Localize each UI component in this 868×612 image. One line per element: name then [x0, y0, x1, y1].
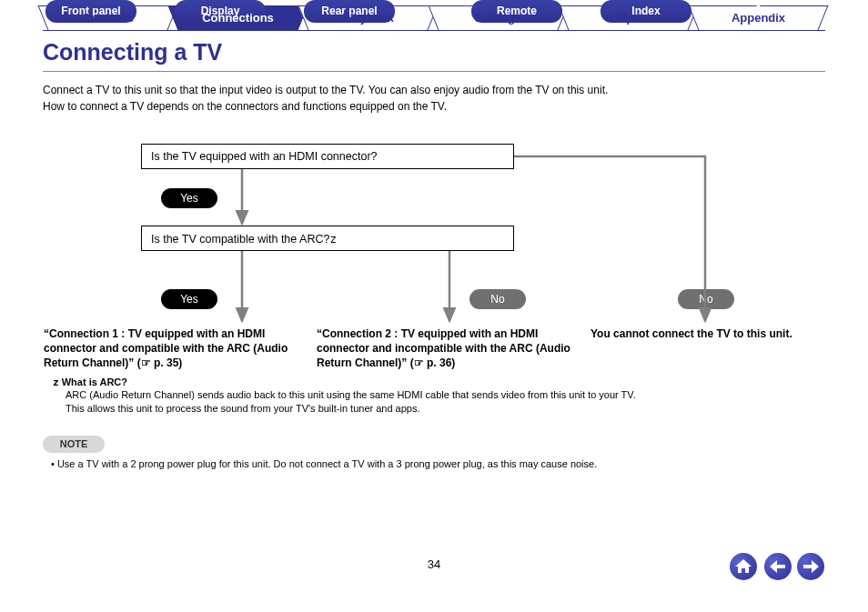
flow-yes-1: Yes [161, 188, 217, 208]
intro-text: Connect a TV to this unit so that the in… [43, 82, 825, 115]
flow-no-2: No [678, 289, 734, 309]
note-text: • Use a TV with a 2 prong power plug for… [51, 458, 823, 469]
flow-q2-text: Is the TV compatible with the ARC? [151, 233, 329, 246]
arc-mark: z [53, 376, 59, 388]
nav-index[interactable]: Index [601, 0, 691, 23]
arc-title: What is ARC? [62, 376, 127, 387]
page-title: Connecting a TV [43, 39, 825, 72]
flow-yes-2: Yes [161, 289, 217, 309]
note-label: NOTE [43, 436, 105, 453]
hand-icon: ☞ [141, 356, 151, 369]
next-page-button[interactable] [797, 553, 824, 580]
flow-no-1: No [469, 289, 526, 309]
flow-result-3: You cannot connect the TV to this unit. [590, 326, 820, 341]
intro-line-2: How to connect a TV depends on the conne… [43, 98, 825, 115]
flow-result-1[interactable]: “Connection 1 : TV equipped with an HDMI… [44, 326, 298, 371]
flow-q2-mark: z [329, 232, 337, 246]
home-button[interactable] [730, 553, 757, 580]
flow-result-2[interactable]: “Connection 2 : TV equipped with an HDMI… [317, 326, 571, 371]
arc-body-1: ARC (Audio Return Channel) sends audio b… [66, 388, 813, 402]
what-is-arc: z What is ARC? ARC (Audio Return Channel… [53, 376, 813, 416]
arc-body-2: This allows this unit to process the sou… [66, 402, 813, 416]
flow-question-2: Is the TV compatible with the ARC?z [141, 226, 514, 251]
intro-line-1: Connect a TV to this unit so that the in… [43, 82, 825, 98]
flow-question-1: Is the TV equipped with an HDMI connecto… [141, 144, 514, 169]
prev-page-button[interactable] [764, 553, 792, 580]
tab-appendix[interactable]: Appendix [693, 5, 823, 30]
top-tabs: Contents Connections Playback Settings T… [43, 5, 825, 31]
hand-icon: ☞ [414, 356, 424, 369]
